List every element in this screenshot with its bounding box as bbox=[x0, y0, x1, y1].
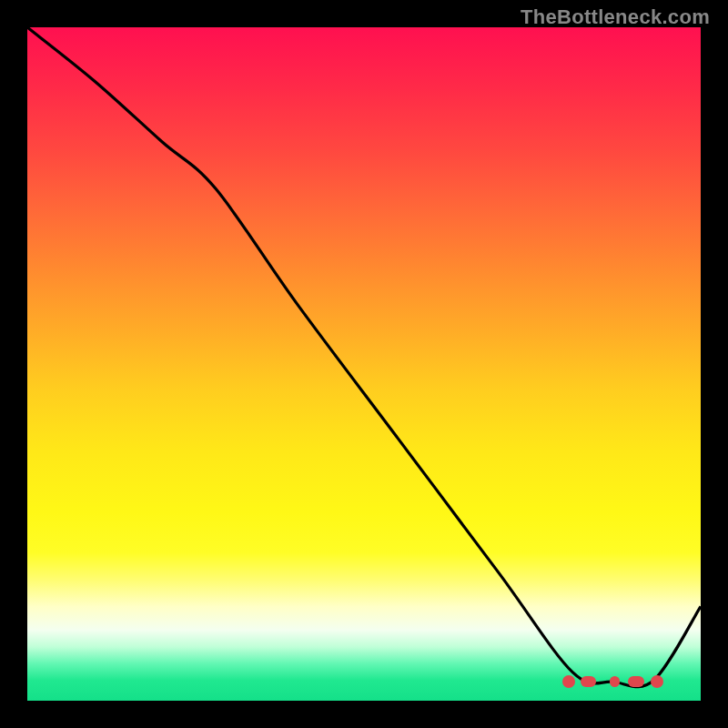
watermark-text: TheBottleneck.com bbox=[521, 5, 710, 29]
optimal-marker-start bbox=[562, 675, 575, 688]
bottleneck-curve bbox=[27, 27, 701, 687]
optimal-marker-segment bbox=[628, 676, 644, 687]
optimal-marker-band bbox=[565, 675, 661, 688]
optimal-marker-end bbox=[651, 675, 663, 688]
plot-area bbox=[27, 27, 701, 701]
optimal-marker-segment bbox=[610, 676, 620, 687]
optimal-marker-segment bbox=[581, 676, 596, 687]
chart-svg bbox=[27, 27, 701, 701]
